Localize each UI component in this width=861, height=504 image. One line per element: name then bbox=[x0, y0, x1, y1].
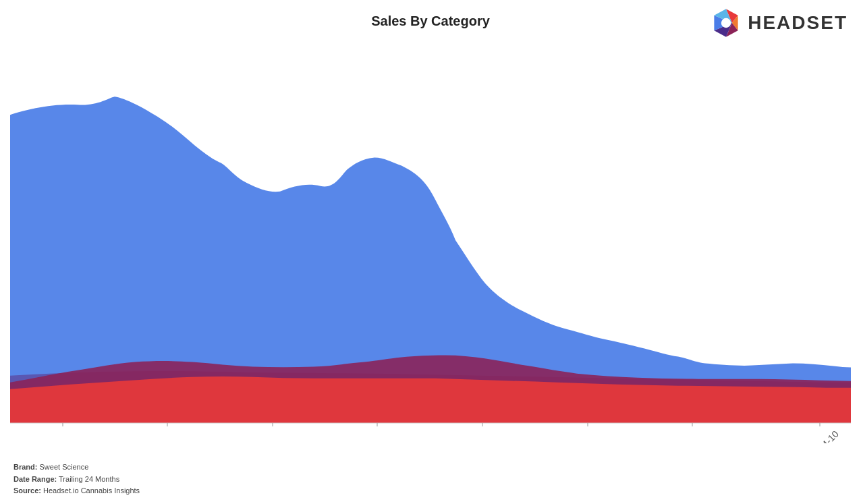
footer-date-range-label: Date Range: bbox=[13, 475, 57, 483]
svg-text:2024-10: 2024-10 bbox=[808, 428, 841, 443]
footer-brand-value: Sweet Science bbox=[40, 463, 89, 471]
footer-source: Source: Headset.io Cannabis Insights bbox=[13, 485, 140, 497]
footer-info: Brand: Sweet Science Date Range: Trailin… bbox=[13, 461, 140, 497]
chart-area: 2023-01 2023-04 2023-07 2023-10 2024-01 … bbox=[10, 44, 851, 443]
footer-source-value: Headset.io Cannabis Insights bbox=[43, 486, 140, 495]
footer-brand-label: Brand: bbox=[13, 463, 37, 471]
footer-source-label: Source: bbox=[13, 486, 41, 495]
footer-date-range-value: Trailing 24 Months bbox=[59, 475, 119, 483]
chart-svg: 2023-01 2023-04 2023-07 2023-10 2024-01 … bbox=[10, 44, 851, 443]
page-container: HEADSET Sales By Category Capsules Conce… bbox=[0, 0, 861, 504]
footer-brand: Brand: Sweet Science bbox=[13, 461, 140, 474]
footer-date-range: Date Range: Trailing 24 Months bbox=[13, 474, 140, 486]
chart-title: Sales By Category bbox=[0, 13, 861, 29]
